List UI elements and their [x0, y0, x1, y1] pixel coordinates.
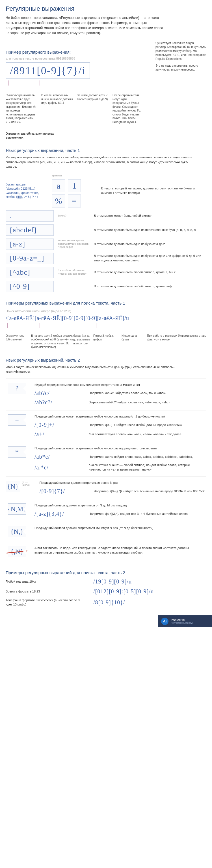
quant-regex: /ab?c?/ — [34, 399, 83, 406]
char-row: [a-z]можно указать группу подряд идущих … — [6, 239, 206, 250]
quant-regex: /ab?c/ — [34, 390, 83, 396]
quant-symbol: * — [8, 446, 26, 458]
char-row: [0-9a-z=_]В этом месте должна быть одна … — [6, 253, 206, 264]
example1-subtitle: для поиска в тексте номеров вида 8911888… — [6, 57, 144, 60]
quantifier-block: {N}(N — число)Предыдущий символ должен в… — [6, 476, 206, 499]
quantifier-block: *Предыдущий символ может встретиться люб… — [6, 442, 206, 476]
quant-head: Предыдущий символ должен встретиться от … — [34, 503, 206, 508]
char-row: [abcdef]В этом месте должна быть одна из… — [6, 224, 206, 236]
char-note: можно указать группу подряд идущих симво… — [58, 239, 89, 249]
quant-symbol: ? — [8, 383, 26, 394]
example1-regex: /8911[0-9]{7}/i — [6, 62, 90, 79]
quantifier-block: {N,M}Предыдущий символ должен встретитьс… — [6, 499, 206, 522]
char-desc: В этом месте должна быть одна из букв от… — [94, 242, 206, 246]
quant-note: (N — число) — [22, 481, 33, 486]
sym-equals: = — [68, 194, 81, 208]
quantifier-block: {,N}А вот так писать не надо. Эта констр… — [6, 542, 206, 562]
quant-regex: /a+/ — [34, 431, 83, 437]
exA-c5: При работе с русскими буквами всегда ста… — [147, 334, 206, 349]
char-row: .(точка)В этом месте может быть любой си… — [6, 210, 206, 222]
quant-desc: Например, /ab*c/ найдет слова «ac», «abc… — [89, 455, 206, 459]
quant-desc: Например, /[0-9]{7}/ найдет все 7-значны… — [94, 489, 206, 494]
example-regex: /19[0-9][0-9]/u — [93, 578, 132, 585]
quant-head: Идущий перед знаком вопроса символ может… — [34, 383, 206, 387]
char-desc: В этом месте должна быть одна из букв от… — [94, 254, 206, 262]
example-row: Телефон в формате 8хххххххххх (в России … — [6, 598, 206, 607]
exA-c3: Потом 3 любых цифры — [93, 334, 119, 349]
quant-desc: Например, /[a-z]{3,4}/ найдет все 3- и 4… — [89, 512, 206, 516]
examples-label: примеры: — [52, 174, 81, 177]
quant-symbol: {N,} — [8, 526, 26, 537]
quant-regex: /ab*c/ — [34, 454, 83, 460]
lang2-heading: Язык регулярных выражений, часть 2 — [6, 358, 206, 363]
lang2-intro: Чтобы задать поиск нескольких однотипных… — [6, 365, 198, 374]
quant-symbol: + — [8, 414, 26, 426]
quant-regex: /[0-9]+/ — [34, 422, 83, 428]
char-box: [abcdef] — [6, 224, 54, 236]
quantifier-block: ?Идущий перед знаком вопроса символ може… — [6, 378, 206, 410]
example-row: Время в формате 18:23/[012][0-9]:[0-5][0… — [6, 588, 206, 595]
char-box: [a-z] — [6, 239, 54, 250]
char-note: ^ в скобках обозначает «любой символ, кр… — [58, 269, 89, 276]
exA-c4: И еще одна буква — [122, 334, 144, 349]
footer: Ai Intellect.icu Искусственный разум — [158, 615, 212, 627]
quantifier-block: {N,}Предыдущий символ должен встретиться… — [6, 522, 206, 542]
example1-anno-2: В числе, которое мы ищем, в начале должн… — [41, 93, 73, 124]
lang1-row1-desc: В тексте, который мы ищем, должны встрет… — [101, 186, 206, 195]
example-row: Любой год вида 19хх/19[0-9][0-9]/u — [6, 578, 206, 585]
example1-anno-3: За ними должно идти 7 любых цифр (от 0 д… — [77, 93, 109, 124]
lang1-intro: Регулярное выражение составляется из час… — [6, 155, 198, 169]
quant-desc: Выражение /ab?c?/ найдет слова «a», «ab»… — [89, 400, 206, 405]
sym-1: 1 — [68, 179, 81, 192]
side-note-2: Это не надо запоминать, просто загугли, … — [156, 64, 206, 72]
char-desc: В этом месте может быть любой символ — [94, 214, 206, 218]
lang1-heading: Язык регулярных выражений, часть 1 — [6, 148, 206, 153]
char-note: (точка) — [58, 214, 89, 218]
example1-anno-1: Символ-ограничитель — ставится с двух ко… — [6, 93, 37, 124]
footer-brand: Intellect.icu — [171, 618, 186, 622]
exA-label: Поиск автомобильного номера (вида аb123в… — [6, 309, 206, 313]
quant-symbol: {N,M} — [8, 503, 26, 515]
quant-regex: /a.*c/ — [34, 464, 83, 471]
sym-a: a — [52, 179, 65, 192]
footer-sub: Искусственный разум — [171, 622, 194, 624]
exA-regex: /[а-яёА-ЯЁ][а-яёА-ЯЁ][0-9][0-9][0-9][а-я… — [6, 315, 206, 321]
exA-c1: Ограничитель (обязателен) — [6, 334, 28, 349]
char-box: [^0-9] — [6, 281, 54, 292]
intro-text: Не бойся непонятного заголовка. «Регуляр… — [6, 15, 164, 36]
quant-head: Предыдущий символ может встретиться любо… — [34, 446, 206, 451]
example-regex: /[012][0-9]:[0-5][0-9]/u — [93, 588, 154, 595]
exB-heading: Примеры регулярных выражений для поиска … — [6, 570, 206, 575]
page-title: Регулярные выражения — [6, 5, 206, 12]
quant-desc: Например, /[0-9]+/ найдет числа любой дл… — [89, 423, 206, 427]
limiter-note: Ограничитель обязателен во всех выражени… — [6, 132, 62, 140]
quant-desc: /a+/ соответствует словам «a», «aa», «aa… — [89, 432, 206, 437]
footer-logo-icon: Ai — [161, 618, 168, 625]
quant-head: Предыдущий символ может встретиться любо… — [34, 414, 206, 419]
quant-regex: /[0-9]{7}/ — [39, 488, 88, 495]
example1-anno-4: После ограничителя могут идти специальны… — [112, 93, 144, 124]
quant-desc: Например, /ab?c/ найдет как слово «ac», … — [89, 391, 206, 396]
example-label: Любой год вида 19хх — [6, 580, 85, 584]
quant-symbol: {N} — [6, 481, 20, 492]
char-desc: В этом месте должен быть любой символ, к… — [94, 270, 206, 274]
quant-head: А вот так писать не надо. Эта конструкци… — [34, 546, 206, 557]
char-box: . — [6, 210, 54, 222]
char-box: [0-9a-z=_] — [6, 253, 54, 264]
char-box: [^abc] — [6, 267, 54, 278]
exA-c2: В начале идут 2 любых русских буквы (из-… — [31, 334, 90, 349]
quant-desc: а /a.*c/ (точка значит — любой символ) н… — [89, 463, 206, 472]
lang1-left-label: Буквы, цифры (abcвгд6яг012345…) Символы,… — [6, 182, 48, 199]
quant-head: Предыдущий символ должен встретиться мин… — [34, 526, 206, 537]
quant-symbol: {,N} — [8, 546, 26, 557]
sym-percent: % — [52, 194, 65, 208]
char-row: [^0-9]В этом месте должен быть любой сим… — [6, 281, 206, 292]
example1-heading: Пример регулярного выражения: — [6, 50, 144, 55]
side-note-1: Существует несколько видов регулярных вы… — [156, 41, 206, 61]
quantifier-block: +Предыдущий символ может встретиться люб… — [6, 410, 206, 442]
example-label: Телефон в формате 8хххххххххх (в России … — [6, 598, 85, 607]
example-regex: /8[0-9]{10}/ — [93, 599, 125, 606]
char-row: [^abc]^ в скобках обозначает «любой симв… — [6, 267, 206, 278]
exA-heading: Примеры регулярных выражений для поиска … — [6, 301, 206, 305]
example-label: Время в формате 18:23 — [6, 589, 85, 594]
